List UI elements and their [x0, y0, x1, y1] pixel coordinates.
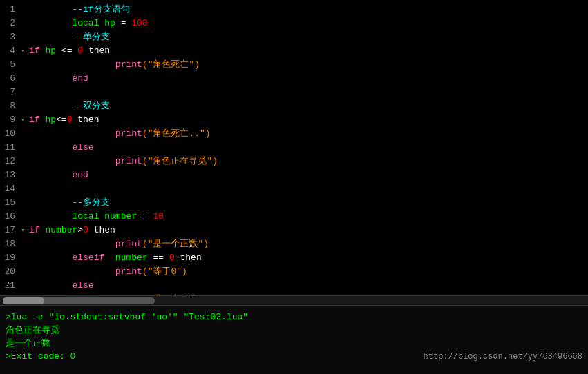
code-content: end: [29, 168, 588, 182]
code-content: --多分支: [29, 196, 588, 210]
code-content: --单分支: [29, 30, 588, 44]
terminal-url: http://blog.csdn.net/yy763496668: [424, 352, 582, 362]
code-container[interactable]: 1 --if分支语句2 local hp = 1003 --单分支4▾if hp…: [0, 0, 588, 295]
code-content: if number>0 then: [29, 224, 588, 237]
code-line: 4▾if hp <= 0 then: [0, 44, 588, 58]
terminal-output-line: 是一个正数: [6, 337, 582, 350]
line-number: 7: [0, 86, 21, 99]
line-number: 5: [0, 58, 21, 72]
code-content: local hp = 100: [29, 17, 588, 30]
fold-marker[interactable]: ▾: [21, 113, 29, 127]
code-line: 17▾if number>0 then: [0, 224, 588, 237]
horizontal-scrollbar[interactable]: [0, 295, 588, 305]
code-content: print("角色死亡"): [29, 58, 588, 72]
code-line: 15 --多分支: [0, 196, 588, 210]
fold-marker[interactable]: ▾: [21, 224, 29, 237]
code-content: print("等于0"): [29, 265, 588, 279]
line-number: 3: [0, 30, 21, 44]
line-number: 20: [0, 265, 21, 279]
code-line: 1 --if分支语句: [0, 3, 588, 17]
code-content: end: [29, 72, 588, 86]
code-line: 13 end: [0, 168, 588, 182]
scrollbar-thumb[interactable]: [3, 297, 44, 304]
code-content: print("角色死亡.."): [29, 127, 588, 141]
code-line: 16 local number = 10: [0, 210, 588, 224]
code-line: 11 else: [0, 141, 588, 155]
line-number: 10: [0, 127, 21, 141]
terminal-exit: >Exit code: 0: [6, 350, 75, 363]
fold-marker[interactable]: ▾: [21, 44, 29, 58]
code-content: if hp <= 0 then: [29, 44, 588, 58]
code-content: print("是一个正数"): [29, 237, 588, 251]
line-number: 14: [0, 182, 21, 196]
code-line: 21 else: [0, 279, 588, 293]
code-line: 8 --双分支: [0, 99, 588, 113]
editor-area: 1 --if分支语句2 local hp = 1003 --单分支4▾if hp…: [0, 0, 588, 305]
code-line: 7: [0, 86, 588, 99]
code-content: print("角色正在寻觅"): [29, 155, 588, 168]
code-line: 12 print("角色正在寻觅"): [0, 155, 588, 168]
code-line: 14: [0, 182, 588, 196]
line-number: 12: [0, 155, 21, 168]
code-line: 10 print("角色死亡.."): [0, 127, 588, 141]
line-number: 1: [0, 3, 21, 17]
line-number: 9: [0, 113, 21, 127]
code-line: 20 print("等于0"): [0, 265, 588, 279]
terminal-output-line: 角色正在寻觅: [6, 324, 582, 337]
scrollbar-track[interactable]: [3, 297, 155, 304]
code-content: --双分支: [29, 99, 588, 113]
line-number: 17: [0, 224, 21, 237]
terminal-area: >lua -e "io.stdout:setvbuf 'no'" "Test02…: [0, 305, 588, 374]
line-number: 4: [0, 44, 21, 58]
terminal-footer: >Exit code: 0http://blog.csdn.net/yy7634…: [6, 350, 582, 363]
line-number: 11: [0, 141, 21, 155]
code-content: else: [29, 141, 588, 155]
code-content: elseif number == 0 then: [29, 251, 588, 265]
line-number: 16: [0, 210, 21, 224]
line-number: 21: [0, 279, 21, 293]
code-content: local number = 10: [29, 210, 588, 224]
code-line: 3 --单分支: [0, 30, 588, 44]
line-number: 2: [0, 17, 21, 30]
line-number: 8: [0, 99, 21, 113]
code-line: 2 local hp = 100: [0, 17, 588, 30]
line-number: 13: [0, 168, 21, 182]
code-content: if hp<=0 then: [29, 113, 588, 127]
code-line: 19 elseif number == 0 then: [0, 251, 588, 265]
code-line: 18 print("是一个正数"): [0, 237, 588, 251]
line-number: 19: [0, 251, 21, 265]
code-content: else: [29, 279, 588, 293]
code-line: 5 print("角色死亡"): [0, 58, 588, 72]
line-number: 15: [0, 196, 21, 210]
line-number: 6: [0, 72, 21, 86]
code-line: 6 end: [0, 72, 588, 86]
code-content: --if分支语句: [29, 3, 588, 17]
line-number: 18: [0, 237, 21, 251]
terminal-command: >lua -e "io.stdout:setvbuf 'no'" "Test02…: [6, 311, 582, 324]
code-line: 9▾if hp<=0 then: [0, 113, 588, 127]
